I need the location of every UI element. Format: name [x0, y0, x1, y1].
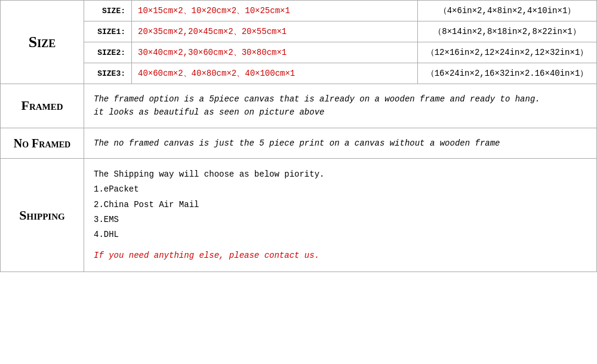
size-label: Size: [29, 33, 56, 51]
size-row-1-label: SIZE1:: [84, 21, 132, 42]
size-section-header: Size: [1, 1, 84, 84]
no-framed-description: The no framed canvas is just the 5 piece…: [84, 128, 597, 158]
size-row-1-in: （8×14in×2,8×18in×2,8×22in×1）: [418, 21, 597, 42]
size-row-2-in: （12×16in×2,12×24in×2,12×32in×1）: [418, 42, 597, 63]
size-row-3-in: （16×24in×2,16×32in×2.16×40in×1）: [418, 63, 597, 84]
shipping-label: Shipping: [19, 208, 64, 223]
size-row-0-cm: 10×15cm×2、10×20cm×2、10×25cm×1: [132, 1, 418, 21]
framed-section-header: Framed: [1, 84, 84, 128]
shipping-line-0: The Shipping way will choose as below pi…: [94, 167, 587, 182]
shipping-line-3: 3.EMS: [94, 212, 587, 227]
size-row-3-cm: 40×60cm×2、40×80cm×2、40×100cm×1: [132, 63, 418, 84]
shipping-section-header: Shipping: [1, 159, 84, 272]
shipping-line-4: 4.DHL: [94, 227, 587, 242]
size-row-3-label: SIZE3:: [84, 63, 132, 84]
shipping-footer: If you need anything else, please contac…: [94, 248, 587, 263]
size-row-0-in: （4×6in×2,4×8in×2,4×10in×1）: [418, 1, 597, 21]
framed-description: The framed option is a 5piece canvas tha…: [84, 84, 597, 128]
no-framed-section-header: No Framed: [1, 128, 84, 158]
shipping-line-2: 2.China Post Air Mail: [94, 198, 587, 212]
shipping-content: The Shipping way will choose as below pi…: [84, 159, 597, 272]
size-row-2-label: SIZE2:: [84, 42, 132, 63]
shipping-line-1: 1.ePacket: [94, 182, 587, 197]
size-row-1-cm: 20×35cm×2,20×45cm×2、20×55cm×1: [132, 21, 418, 42]
no-framed-label: No Framed: [14, 137, 70, 150]
size-row-2-cm: 30×40cm×2,30×60cm×2、30×80cm×1: [132, 42, 418, 63]
size-row-0-label: SIZE:: [84, 1, 132, 21]
framed-label: Framed: [21, 98, 63, 113]
